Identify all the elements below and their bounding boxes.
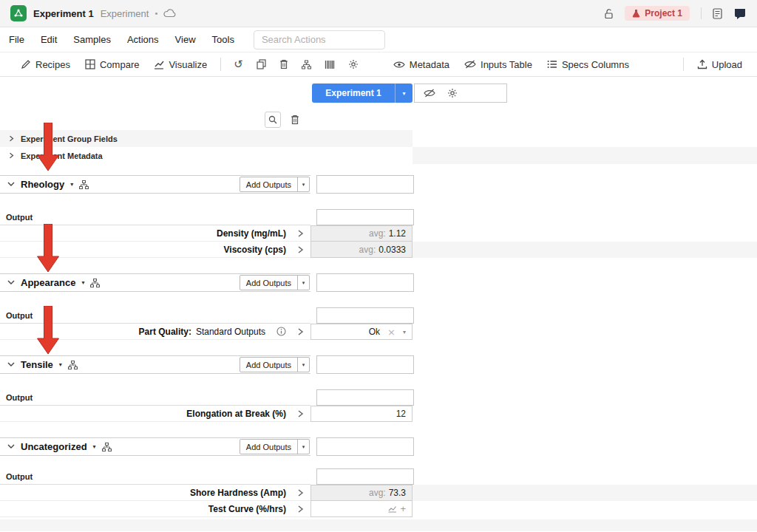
app-logo-icon[interactable] bbox=[10, 5, 27, 21]
compare-button[interactable]: Compare bbox=[78, 59, 146, 70]
row-label: Standard Outputs bbox=[196, 327, 265, 337]
search-rows-button[interactable] bbox=[265, 112, 281, 128]
metadata-label: Metadata bbox=[410, 59, 449, 70]
section-title[interactable]: Appearance bbox=[21, 277, 75, 288]
chevron-down-icon[interactable] bbox=[7, 444, 15, 449]
trash-button[interactable] bbox=[273, 59, 295, 69]
chevron-down-icon[interactable] bbox=[7, 362, 15, 367]
section-value-cell[interactable] bbox=[316, 273, 414, 292]
add-outputs-caret-icon[interactable]: ▾ bbox=[297, 177, 309, 191]
page-subtitle: Experiment bbox=[101, 8, 149, 19]
visualize-button[interactable]: Visualize bbox=[146, 59, 214, 70]
hierarchy-icon[interactable] bbox=[102, 443, 112, 451]
chevron-down-icon[interactable] bbox=[7, 280, 15, 285]
specs-columns-label: Specs Columns bbox=[562, 59, 629, 70]
unlock-icon[interactable] bbox=[604, 8, 614, 19]
recipes-button[interactable]: Recipes bbox=[13, 59, 78, 70]
add-outputs-caret-icon[interactable]: ▾ bbox=[297, 440, 309, 454]
menu-actions[interactable]: Actions bbox=[127, 34, 159, 45]
value-cell[interactable]: avg: 73.3 bbox=[310, 485, 413, 501]
add-outputs-button[interactable]: Add Outputs ▾ bbox=[240, 275, 310, 290]
copy-button[interactable] bbox=[250, 59, 273, 69]
data-row-viscosity: Viscosity (cps) avg: 0.0333 bbox=[0, 242, 757, 258]
experiment-dropdown-button[interactable]: Experiment 1 ▾ bbox=[312, 83, 413, 103]
eye-icon bbox=[393, 61, 405, 69]
chart-icon bbox=[154, 59, 164, 69]
chevron-right-icon[interactable] bbox=[297, 409, 304, 418]
section-title[interactable]: Uncategorized bbox=[21, 441, 87, 452]
menu-edit[interactable]: Edit bbox=[41, 34, 57, 45]
inputs-table-button[interactable]: Inputs Table bbox=[457, 59, 540, 70]
chevron-down-icon[interactable]: ▾ bbox=[395, 83, 413, 103]
chevron-right-icon[interactable] bbox=[9, 152, 14, 159]
chevron-right-icon[interactable] bbox=[9, 135, 14, 142]
menu-view[interactable]: View bbox=[175, 34, 196, 45]
add-outputs-button[interactable]: Add Outputs ▾ bbox=[240, 357, 310, 372]
add-outputs-caret-icon[interactable]: ▾ bbox=[297, 276, 309, 290]
caret-down-icon[interactable]: ▾ bbox=[93, 443, 96, 450]
collapsed-row-group-fields[interactable]: Experiment Group Fields bbox=[0, 130, 757, 147]
mini-chart-icon[interactable] bbox=[387, 505, 397, 513]
gear-button[interactable] bbox=[342, 59, 365, 69]
data-row-density: Density (mg/mL) avg: 1.12 bbox=[0, 225, 757, 242]
section-value-cell[interactable] bbox=[316, 355, 414, 374]
chevron-right-icon[interactable] bbox=[297, 505, 304, 514]
hierarchy-icon[interactable] bbox=[68, 361, 78, 369]
output-value-cell[interactable] bbox=[316, 209, 414, 225]
add-outputs-button[interactable]: Add Outputs ▾ bbox=[240, 439, 310, 454]
metadata-button[interactable]: Metadata bbox=[386, 59, 457, 70]
menu-samples[interactable]: Samples bbox=[73, 34, 111, 45]
add-outputs-label: Add Outputs bbox=[240, 276, 297, 290]
caret-down-icon[interactable]: ▾ bbox=[59, 361, 62, 368]
chevron-right-icon[interactable] bbox=[297, 327, 304, 336]
title-separator: • bbox=[154, 10, 158, 18]
value-cell[interactable]: avg: 1.12 bbox=[310, 225, 413, 242]
value-select-cell[interactable]: Ok × ▾ bbox=[310, 324, 413, 340]
hierarchy-button[interactable] bbox=[295, 60, 318, 69]
chat-icon[interactable] bbox=[733, 7, 747, 19]
menu-file[interactable]: File bbox=[9, 34, 24, 45]
hierarchy-icon[interactable] bbox=[79, 180, 89, 189]
output-value-cell[interactable] bbox=[316, 389, 414, 406]
hide-column-icon[interactable] bbox=[424, 89, 435, 98]
output-label: Output bbox=[6, 311, 33, 320]
toolbar: Recipes Compare Visualize ↺ Metadata Inp… bbox=[0, 52, 757, 77]
project-badge[interactable]: Project 1 bbox=[625, 6, 690, 21]
add-outputs-button[interactable]: Add Outputs ▾ bbox=[240, 177, 310, 192]
add-curve-icon[interactable]: + bbox=[400, 504, 406, 514]
hierarchy-icon[interactable] bbox=[90, 279, 100, 287]
menu-tools[interactable]: Tools bbox=[212, 34, 234, 45]
row-label: Viscosity (cps) bbox=[224, 245, 286, 255]
chevron-right-icon[interactable] bbox=[297, 245, 304, 254]
undo-button[interactable]: ↺ bbox=[227, 58, 250, 71]
notes-icon[interactable] bbox=[713, 8, 722, 19]
delete-rows-button[interactable] bbox=[287, 112, 303, 128]
column-settings-gear-icon[interactable] bbox=[447, 88, 458, 98]
grid-icon bbox=[85, 59, 95, 69]
curve-value-cell[interactable]: + bbox=[310, 501, 413, 517]
collapsed-row-label: Experiment Metadata bbox=[21, 151, 103, 160]
value-cell[interactable]: 12 bbox=[310, 406, 413, 422]
output-value-cell[interactable] bbox=[316, 468, 414, 485]
collapsed-row-metadata[interactable]: Experiment Metadata bbox=[0, 147, 757, 164]
section-title[interactable]: Rheology bbox=[21, 179, 64, 190]
chevron-right-icon[interactable] bbox=[297, 488, 304, 497]
section-value-cell[interactable] bbox=[316, 175, 414, 194]
chevron-right-icon[interactable] bbox=[297, 229, 304, 238]
search-actions-input[interactable] bbox=[254, 30, 385, 50]
add-outputs-caret-icon[interactable]: ▾ bbox=[297, 358, 309, 372]
select-caret-icon[interactable]: ▾ bbox=[403, 329, 406, 335]
clear-value-icon[interactable]: × bbox=[387, 327, 396, 337]
value-cell[interactable]: avg: 0.0333 bbox=[310, 242, 413, 258]
row-label: Density (mg/mL) bbox=[217, 228, 286, 239]
barcode-button[interactable] bbox=[318, 60, 342, 69]
caret-down-icon[interactable]: ▾ bbox=[81, 279, 84, 286]
info-icon[interactable] bbox=[276, 327, 286, 336]
chevron-down-icon[interactable] bbox=[7, 182, 15, 187]
specs-columns-button[interactable]: Specs Columns bbox=[540, 59, 637, 70]
caret-down-icon[interactable]: ▾ bbox=[70, 181, 73, 188]
section-value-cell[interactable] bbox=[316, 437, 414, 456]
upload-button[interactable]: Upload bbox=[690, 59, 750, 70]
section-title[interactable]: Tensile bbox=[21, 359, 53, 370]
output-value-cell[interactable] bbox=[316, 307, 414, 324]
